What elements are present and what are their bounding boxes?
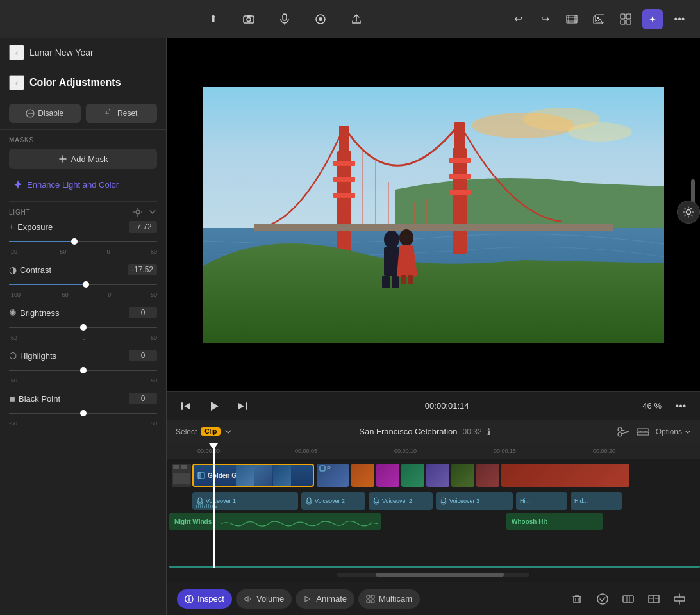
exposure-slider[interactable] <box>9 235 157 248</box>
svg-rect-41 <box>449 158 471 163</box>
highlights-value[interactable]: 0 <box>129 350 157 361</box>
voiceover-2a[interactable]: Voiceover 2 <box>301 492 365 510</box>
highlights-slider[interactable] <box>9 364 157 377</box>
play-button[interactable] <box>205 397 223 415</box>
video-clip-5[interactable] <box>401 464 424 487</box>
checkmark-button[interactable] <box>592 589 613 609</box>
clip-connections-button[interactable] <box>637 427 649 437</box>
brightness-slider-row: ✺ Brightness 0 -52 0 50 <box>9 307 157 341</box>
right-area: 00:00:01:14 46 % ••• Select Clip San Fra… <box>167 38 700 615</box>
inspect-tab-label: Inspect <box>197 594 224 603</box>
back-to-project-button[interactable]: ‹ <box>9 45 24 60</box>
svg-rect-17 <box>621 20 625 24</box>
effects-button[interactable] <box>615 9 636 29</box>
scrollbar-track[interactable] <box>337 573 529 577</box>
reset-label: Reset <box>117 109 137 118</box>
delete-button[interactable] <box>567 589 587 609</box>
svg-point-32 <box>568 122 632 142</box>
add-mask-button[interactable]: Add Mask <box>9 149 157 169</box>
disable-button[interactable]: Disable <box>9 104 81 123</box>
animate-tab-label: Animate <box>316 594 347 603</box>
contrast-value[interactable]: -17.52 <box>128 264 157 275</box>
voiceover-3-label: Voiceover 3 <box>449 498 479 504</box>
video-clip-3[interactable] <box>351 464 374 487</box>
detach-button[interactable] <box>669 589 690 609</box>
camera-button[interactable] <box>238 9 259 29</box>
clip-dropdown-icon[interactable] <box>224 428 232 436</box>
voiceover-3[interactable]: Voiceover 3 <box>436 492 513 510</box>
export-button[interactable]: ⬆ <box>203 9 223 29</box>
enhance-light-color-button[interactable]: Enhance Light and Color <box>9 174 157 195</box>
trim-button[interactable] <box>617 427 630 437</box>
expand-icon[interactable] <box>148 208 157 217</box>
mic-button[interactable] <box>274 9 295 29</box>
brightness-slider[interactable] <box>9 321 157 334</box>
contrast-slider[interactable] <box>9 278 157 291</box>
animate-tab[interactable]: Animate <box>296 589 354 609</box>
enhance-label: Enhance Light and Color <box>27 180 119 190</box>
video-clip-7[interactable] <box>451 464 474 487</box>
magic-button[interactable] <box>642 9 663 29</box>
redo-button[interactable]: ↪ <box>535 9 555 29</box>
timeline-scrollbar <box>167 568 700 582</box>
voiceover-hi-label: Hi... <box>520 498 530 504</box>
video-clip-6[interactable] <box>426 464 449 487</box>
reset-button[interactable]: Reset <box>86 104 158 123</box>
player-more-button[interactable]: ••• <box>672 397 690 415</box>
svg-rect-54 <box>382 276 390 288</box>
video-clip-2[interactable]: P... <box>317 464 349 487</box>
scrollbar-thumb[interactable] <box>376 573 504 577</box>
project-info-button[interactable]: ℹ <box>487 427 490 437</box>
timeline-area: Select Clip San Francisco Celebration 00… <box>167 420 700 582</box>
svg-rect-71 <box>173 465 179 469</box>
light-section: LIGHT <box>0 201 166 436</box>
night-winds-label: Night Winds <box>174 518 212 525</box>
svg-line-65 <box>622 432 629 434</box>
settings-ball[interactable] <box>677 201 700 224</box>
svg-rect-43 <box>449 190 471 195</box>
video-clip-8[interactable] <box>476 464 499 487</box>
svg-rect-84 <box>367 595 370 598</box>
svg-rect-87 <box>371 600 374 603</box>
split-button[interactable] <box>644 589 664 609</box>
skip-forward-button[interactable] <box>233 397 251 415</box>
brightness-tick-labels: -52 0 50 <box>9 334 157 341</box>
voiceover-2b[interactable]: Voiceover 2 <box>369 492 433 510</box>
exposure-value[interactable]: -7.72 <box>129 221 157 233</box>
clip-trim-button[interactable] <box>618 589 638 609</box>
skip-back-button[interactable] <box>177 397 195 415</box>
highlights-slider-row: ⬡ Highlights 0 -50 0 50 <box>9 350 157 384</box>
svg-point-62 <box>618 427 622 431</box>
photo-library-button[interactable] <box>588 9 609 29</box>
auto-enhance-icon[interactable] <box>133 207 143 217</box>
voiceover-hidden-label: Hid... <box>574 498 588 504</box>
night-winds-track[interactable]: Night Winds <box>169 512 381 530</box>
filmstrip-button[interactable] <box>562 9 582 29</box>
voiceover-hi[interactable]: Hi... <box>516 492 567 510</box>
volume-tab[interactable]: Volume <box>236 589 292 609</box>
voiceover-hidden[interactable]: Hid... <box>571 492 622 510</box>
undo-button[interactable]: ↩ <box>508 9 528 29</box>
more-options-button[interactable]: ••• <box>669 9 690 29</box>
svg-rect-13 <box>596 15 604 22</box>
share-button[interactable] <box>346 9 367 29</box>
blackpoint-value[interactable]: 0 <box>129 393 157 404</box>
svg-rect-58 <box>408 275 413 284</box>
video-clip-4[interactable] <box>376 464 399 487</box>
golden-gate-clip[interactable]: Golden Gate Bridge <box>192 464 314 487</box>
project-name: San Francisco Celebration <box>359 427 457 436</box>
blackpoint-slider[interactable] <box>9 407 157 420</box>
brightness-value[interactable]: 0 <box>129 307 157 318</box>
marker-button[interactable] <box>310 9 331 29</box>
bottom-left-tabs: Inspect Volume Animate <box>177 589 420 609</box>
back-button[interactable]: ‹ <box>9 75 24 90</box>
voiceover-1[interactable]: Voiceover 1 <box>192 492 298 510</box>
multicam-tab-label: Multicam <box>379 594 412 603</box>
options-button[interactable]: Options <box>656 427 691 436</box>
whoosh-hit-track[interactable]: Whoosh Hit <box>506 512 603 530</box>
video-clip-9[interactable] <box>501 464 629 487</box>
svg-rect-34 <box>337 151 351 254</box>
svg-point-1 <box>247 17 251 21</box>
inspect-tab[interactable]: Inspect <box>177 589 232 609</box>
multicam-tab[interactable]: Multicam <box>358 589 420 609</box>
